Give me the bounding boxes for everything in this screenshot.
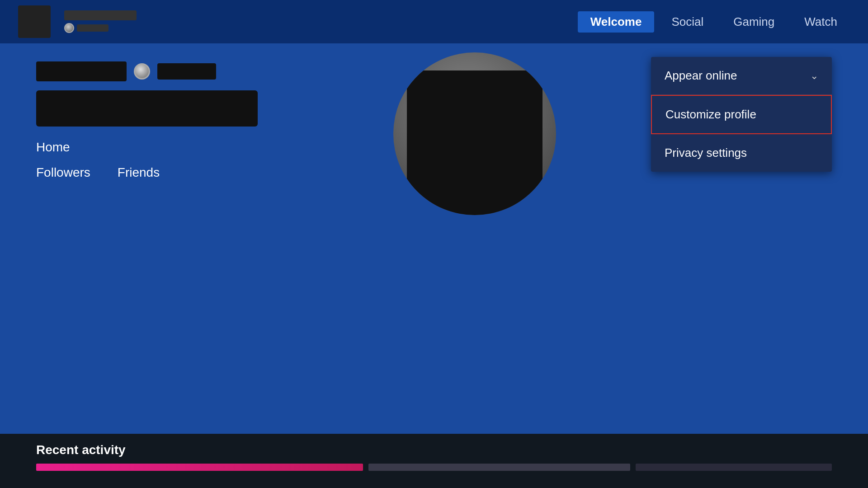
dropdown-privacy-settings[interactable]: Privacy settings (651, 134, 832, 172)
nav-item-watch[interactable]: Watch (792, 11, 850, 33)
avatar-circle (393, 52, 556, 215)
header-gamerscore (64, 23, 137, 33)
profile-name-block (36, 61, 127, 81)
header-avatar (18, 5, 51, 38)
nav-item-welcome[interactable]: Welcome (578, 11, 655, 33)
appear-online-label: Appear online (665, 69, 737, 83)
header-username-bar (64, 10, 137, 20)
header-user-info (64, 10, 137, 33)
main-nav: Welcome Social Gaming Watch (578, 11, 850, 33)
main-content: Home Followers Friends Appear online ⌄ C… (0, 43, 868, 434)
nav-item-social[interactable]: Social (659, 11, 716, 33)
profile-nav-home[interactable]: Home (36, 140, 258, 155)
nav-item-gaming[interactable]: Gaming (721, 11, 787, 33)
recent-activity-title: Recent activity (36, 443, 832, 457)
profile-nav-social: Followers Friends (36, 165, 258, 180)
gamerscore-icon (64, 23, 74, 33)
profile-nav-links: Home Followers Friends (36, 140, 258, 180)
profile-nav-friends[interactable]: Friends (118, 165, 160, 180)
activity-bar-dark (636, 464, 832, 471)
dropdown-customize-profile[interactable]: Customize profile (651, 95, 832, 134)
avatar-body (407, 70, 542, 215)
customize-profile-label: Customize profile (665, 108, 756, 122)
recent-activity-section: Recent activity (0, 434, 868, 488)
chevron-down-icon: ⌄ (810, 70, 818, 82)
profile-bio-block (36, 90, 258, 127)
profile-tag-block (157, 63, 216, 80)
dropdown-appear-online[interactable]: Appear online ⌄ (651, 57, 832, 95)
activity-bar-pink (36, 464, 363, 471)
profile-status-icon (134, 63, 150, 80)
profile-nav-followers[interactable]: Followers (36, 165, 90, 180)
dropdown-menu: Appear online ⌄ Customize profile Privac… (651, 57, 832, 172)
privacy-settings-label: Privacy settings (665, 146, 747, 160)
profile-name-row (36, 61, 258, 81)
profile-avatar-center (393, 52, 556, 215)
activity-bars (36, 464, 832, 471)
activity-bar-gray (368, 464, 630, 471)
header: Welcome Social Gaming Watch (0, 0, 868, 43)
profile-left: Home Followers Friends (36, 61, 258, 180)
gamerscore-value (77, 24, 108, 32)
